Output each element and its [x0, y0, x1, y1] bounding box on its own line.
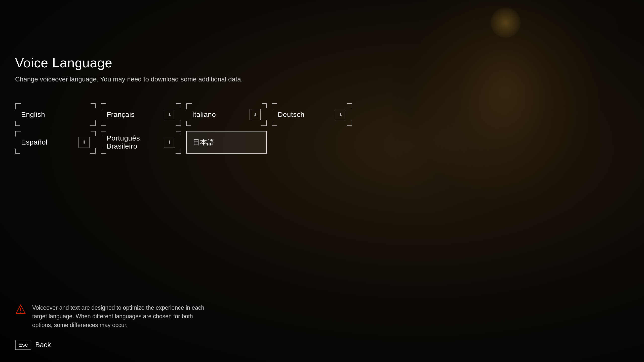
corner-tr [176, 103, 181, 108]
language-option-espanol[interactable]: Español ⬇ [15, 131, 96, 154]
svg-point-2 [20, 312, 21, 312]
language-grid: English Français ⬇ Italiano ⬇ Deutsch ⬇ [15, 103, 352, 154]
language-option-english[interactable]: English [15, 103, 96, 126]
corner-bl [101, 121, 106, 126]
corner-tr [262, 103, 267, 108]
download-icon-espanol: ⬇ [78, 137, 90, 148]
language-option-japanese[interactable]: 日本語 [186, 131, 267, 154]
language-option-francais[interactable]: Français ⬇ [101, 103, 181, 126]
language-option-italiano[interactable]: Italiano ⬇ [186, 103, 267, 126]
corner-tr [176, 131, 181, 136]
language-label-japanese: 日本語 [193, 138, 214, 147]
corner-bl [15, 149, 20, 154]
download-icon-deutsch: ⬇ [335, 109, 346, 120]
corner-bl [272, 121, 277, 126]
corner-tr [91, 103, 96, 108]
corner-tr [91, 131, 96, 136]
corner-bl [186, 121, 191, 126]
back-button[interactable]: Back [35, 341, 51, 349]
download-icon-francais: ⬇ [164, 109, 175, 120]
language-option-portugues[interactable]: Português Brasileiro ⬇ [101, 131, 181, 154]
back-section: Esc Back [15, 340, 51, 350]
download-icon-portugues: ⬇ [164, 137, 175, 148]
corner-tr [347, 103, 352, 108]
language-label-francais: Français [107, 111, 135, 119]
main-content: Voice Language Change voiceover language… [0, 0, 644, 154]
warning-text: Voiceover and text are designed to optim… [32, 303, 211, 330]
warning-icon [15, 304, 26, 315]
language-label-english: English [21, 111, 45, 119]
language-label-espanol: Español [21, 138, 48, 146]
corner-bl [101, 149, 106, 154]
page-title: Voice Language [15, 55, 644, 70]
esc-key: Esc [15, 340, 31, 350]
corner-bl [15, 121, 20, 126]
page-subtitle: Change voiceover language. You may need … [15, 75, 644, 83]
language-label-italiano: Italiano [192, 111, 216, 119]
language-option-deutsch[interactable]: Deutsch ⬇ [272, 103, 352, 126]
warning-section: Voiceover and text are designed to optim… [15, 303, 211, 330]
download-icon-italiano: ⬇ [250, 109, 261, 120]
language-label-portugues: Português Brasileiro [107, 134, 164, 150]
language-label-deutsch: Deutsch [278, 111, 304, 119]
